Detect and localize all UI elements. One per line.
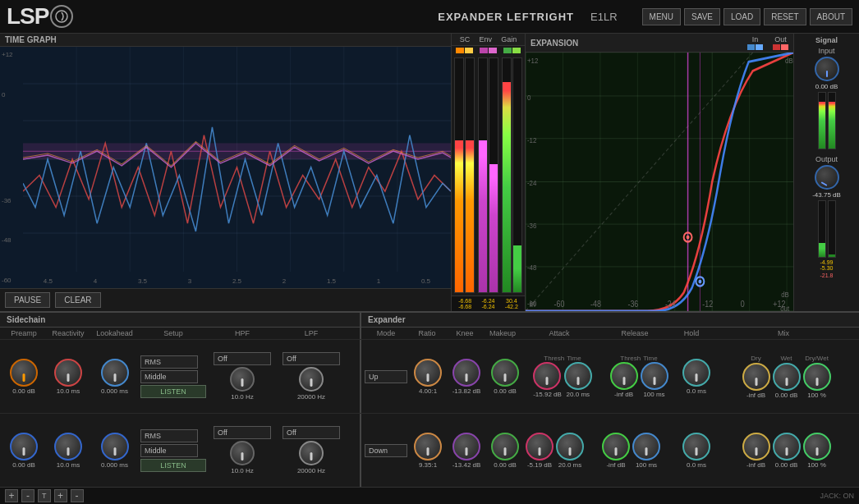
env-meter-right bbox=[489, 57, 498, 293]
attack-time-knob-ch2[interactable] bbox=[556, 433, 584, 460]
load-button[interactable]: LOAD bbox=[723, 8, 760, 25]
attack-thresh-knob-ch1[interactable] bbox=[533, 362, 561, 390]
release-thresh-knob-ch2[interactable] bbox=[602, 433, 630, 460]
knee-label: Knee bbox=[447, 329, 483, 337]
add-button2[interactable]: + bbox=[54, 489, 67, 502]
release-thresh-knob-ch1[interactable] bbox=[610, 362, 638, 390]
plugin-id: E1LR bbox=[590, 11, 618, 23]
ratio-knob-ch1[interactable] bbox=[414, 359, 442, 387]
about-button[interactable]: ABOUT bbox=[810, 8, 852, 25]
clear-button[interactable]: CLEAR bbox=[55, 292, 100, 308]
release-ch2: -inf dB 100 ms bbox=[602, 433, 676, 469]
dry-knob-ch2[interactable] bbox=[742, 433, 770, 460]
hold-val-ch2: 0.0 ms bbox=[687, 461, 706, 469]
release-label: Release bbox=[598, 329, 672, 337]
gain-meters bbox=[502, 57, 522, 293]
env-val2: -6.24 bbox=[482, 304, 495, 309]
input-knob[interactable] bbox=[815, 57, 839, 81]
pause-button[interactable]: PAUSE bbox=[5, 292, 50, 308]
listen-btn-ch2[interactable]: LISTEN bbox=[140, 459, 206, 472]
reactivity-knob-ch1[interactable] bbox=[54, 359, 82, 387]
plugin-name: EXPANDER LEFTRIGHT bbox=[438, 11, 574, 23]
lpf-knob-ch2[interactable] bbox=[299, 441, 324, 465]
makeup-label: Makeup bbox=[485, 329, 521, 337]
save-button[interactable]: SAVE bbox=[684, 8, 720, 25]
hpf-label: HPF bbox=[209, 329, 275, 337]
wet-knob-ch1[interactable] bbox=[773, 363, 801, 391]
reset-button[interactable]: RESET bbox=[764, 8, 806, 25]
dry-knob-ch1[interactable] bbox=[742, 363, 770, 391]
release-thresh-ch1: -inf dB bbox=[610, 362, 638, 398]
channel-select-ch2[interactable]: MiddleSideLeftRight bbox=[140, 444, 198, 457]
env-color-box2 bbox=[489, 48, 497, 53]
reactivity-label: Reactivity bbox=[48, 329, 89, 337]
hpf-mode-ch2[interactable]: Off12dB/oct bbox=[214, 426, 271, 439]
attack-time-knob-ch1[interactable] bbox=[564, 362, 592, 390]
add-button[interactable]: + bbox=[5, 489, 18, 502]
wet-knob-ch2[interactable] bbox=[773, 433, 801, 460]
hpf-mode-ch1[interactable]: Off12dB/oct24dB/oct bbox=[214, 352, 271, 365]
hold-knob-ch1[interactable] bbox=[682, 359, 710, 387]
menu-button[interactable]: MENU bbox=[642, 8, 681, 25]
hpf-knob-ch2[interactable] bbox=[230, 441, 255, 465]
lpf-mode-ch1[interactable]: Off12dB/oct24dB/oct bbox=[283, 352, 340, 365]
expander-param-labels: Mode Ratio Knee Makeup Attack Release Ho… bbox=[361, 328, 859, 339]
attack-thresh-knob-ch2[interactable] bbox=[526, 433, 554, 460]
attack-thresh-label: Thresh bbox=[544, 355, 564, 362]
dry-ch1: Dry -inf dB bbox=[742, 355, 770, 399]
release-time-knob-ch2[interactable] bbox=[632, 433, 660, 460]
drywet-knob-ch1[interactable] bbox=[803, 363, 831, 391]
ratio-val-ch2: 9.35:1 bbox=[419, 461, 437, 469]
lookahead-knob-ch1[interactable] bbox=[101, 359, 129, 387]
mode-select-ch2[interactable]: RMSPeak bbox=[140, 429, 198, 442]
sc-color-box2 bbox=[465, 48, 473, 53]
makeup-knob-ch2[interactable] bbox=[491, 433, 519, 460]
expansion-title: EXPANSION bbox=[531, 39, 578, 48]
setup-label: Setup bbox=[140, 329, 206, 337]
preamp-knob-ch1[interactable] bbox=[10, 359, 38, 387]
release-time-knob-ch1[interactable] bbox=[641, 362, 668, 390]
knee-val-ch2: -13.42 dB bbox=[452, 461, 481, 469]
input-value: 0.00 dB bbox=[815, 83, 838, 90]
level-meters-panel: SC Env Gain bbox=[452, 34, 526, 311]
ratio-knob-ch2[interactable] bbox=[414, 433, 442, 460]
remove-button[interactable]: - bbox=[21, 489, 34, 502]
meter-bars-area bbox=[452, 55, 525, 296]
lpf-mode-ch2[interactable]: Off12dB/oct bbox=[283, 426, 340, 439]
gain-color-box2 bbox=[512, 48, 521, 53]
t-button[interactable]: T bbox=[38, 489, 51, 502]
input-meters bbox=[818, 92, 836, 149]
exp-mode-select-ch1[interactable]: UpDown bbox=[365, 370, 407, 383]
env-meter-fill-left bbox=[479, 140, 487, 292]
attack-time-val-ch2: 20.0 ms bbox=[558, 461, 581, 469]
listen-btn-ch1[interactable]: LISTEN bbox=[140, 385, 206, 398]
preamp-val-ch1: 0.00 dB bbox=[12, 387, 35, 395]
ratio-val-ch1: 4.00:1 bbox=[419, 387, 437, 395]
makeup-knob-ch1[interactable] bbox=[491, 359, 519, 387]
exp-mode-select-ch2[interactable]: UpDown bbox=[365, 444, 407, 457]
svg-point-35 bbox=[687, 236, 690, 239]
preamp-knob-ch2[interactable] bbox=[10, 433, 38, 460]
remove-button2[interactable]: - bbox=[71, 489, 84, 502]
lpf-knob-ch1[interactable] bbox=[299, 367, 324, 392]
channel-select-ch1[interactable]: MiddleSideLeftRight bbox=[140, 370, 198, 383]
hpf-knob-ch1[interactable] bbox=[230, 367, 255, 392]
sc-meters bbox=[454, 57, 475, 293]
knee-knob-ch1[interactable] bbox=[452, 359, 480, 387]
reactivity-ch1: 10.0 ms bbox=[48, 359, 89, 395]
mode-select-ch1[interactable]: RMSPeak bbox=[140, 355, 198, 369]
output-knob[interactable] bbox=[815, 165, 839, 190]
lookahead-knob-ch2[interactable] bbox=[101, 433, 129, 460]
hold-ch1: 0.0 ms bbox=[678, 359, 714, 395]
reactivity-knob-ch2[interactable] bbox=[54, 433, 82, 460]
mode-label: Mode bbox=[365, 329, 407, 337]
dry-val-ch2: -inf dB bbox=[746, 461, 765, 469]
mix-ch2: -inf dB 0.00 dB 100 % bbox=[717, 433, 856, 469]
svg-text:-36: -36 bbox=[527, 222, 537, 231]
preamp-ch2: 0.00 dB bbox=[3, 433, 44, 469]
sidechain-header: Sidechain bbox=[0, 313, 361, 327]
knee-knob-ch2[interactable] bbox=[452, 433, 480, 460]
hold-knob-ch2[interactable] bbox=[682, 433, 710, 460]
input-signal-section: Input 0.00 dB bbox=[796, 47, 857, 149]
drywet-knob-ch2[interactable] bbox=[803, 433, 831, 460]
